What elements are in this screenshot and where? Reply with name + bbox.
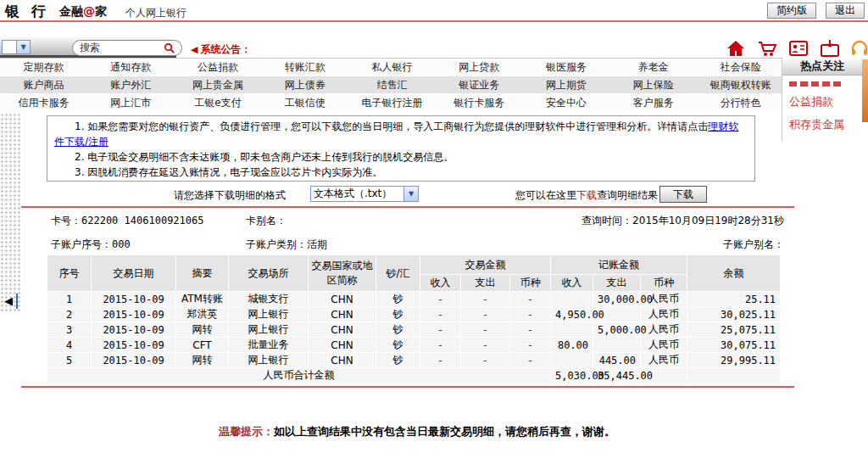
sub-account-seq-value: 000 — [112, 238, 131, 250]
summary-label: 人民币合计金额 — [47, 368, 551, 383]
nav-item-网上保险[interactable]: 网上保险 — [609, 78, 697, 92]
tip-label: 温馨提示： — [219, 425, 274, 438]
query-time-value: 2015年10月09日19时28分31秒 — [632, 215, 784, 227]
nav-row: 账户商品账户外汇网上贵金属网上债券结售汇银证业务网上期货网上保险银商银权转账 — [0, 76, 784, 94]
nav-item-私人银行[interactable]: 私人银行 — [348, 60, 436, 75]
nav-item-网上期货[interactable]: 网上期货 — [523, 78, 610, 92]
table-row: 52015-10-09网转网上银行CHN钞---445.00人民币29,995.… — [47, 353, 781, 368]
search-placeholder: 搜索 — [80, 41, 100, 55]
nav-menu: 定期存款通知存款公益捐款转账汇款私人银行网上贷款银医服务养老金社会保险账户商品账… — [0, 58, 784, 112]
nav-item-安全中心[interactable]: 安全中心 — [523, 96, 610, 110]
nav-item-网上贵金属[interactable]: 网上贵金属 — [175, 78, 262, 92]
notice-line-3: 3. 因脱机消费存在延迟入账情况，电子现金应以芯片卡内实际为准。 — [54, 165, 748, 180]
nav-item-银证业务[interactable]: 银证业务 — [436, 78, 523, 92]
nav-item-定期存款[interactable]: 定期存款 — [0, 60, 87, 75]
nav-item-账户外汇[interactable]: 账户外汇 — [87, 78, 175, 92]
summary-balance-empty — [687, 368, 781, 383]
search-category-select[interactable]: ▼ — [2, 40, 31, 54]
nav-item-银行卡服务[interactable]: 银行卡服务 — [436, 96, 523, 110]
system-announcement: ◀系统公告： — [191, 42, 251, 57]
nav-item-社会保险[interactable]: 社会保险 — [697, 60, 784, 75]
card-alias-field: 卡别名： — [246, 214, 287, 228]
nav-item-网上贷款[interactable]: 网上贷款 — [436, 60, 523, 75]
col-trade-currency: 币种 — [510, 275, 551, 292]
nav-item-银商银权转账[interactable]: 银商银权转账 — [697, 78, 784, 92]
download-button[interactable]: 下载 — [659, 186, 707, 203]
col-group-book-amount: 记账金额 — [551, 255, 687, 275]
col-book-currency: 币种 — [641, 275, 687, 292]
contacts-icon[interactable] — [788, 39, 810, 59]
table-header-row-1: 序号 交易日期 摘要 交易场所 交易国家或地区简称 钞/汇 交易金额 记账金额 … — [47, 255, 781, 275]
hot-topic-item-积存贵金属[interactable]: 积存贵金属 — [782, 109, 862, 132]
tip-text: 如以上查询结果中没有包含当日最新交易明细，请您稍后再查，谢谢。 — [274, 425, 615, 438]
nav-item-养老金[interactable]: 养老金 — [609, 60, 697, 75]
col-balance: 余额 — [687, 255, 781, 292]
simple-version-button[interactable]: 简约版 — [767, 3, 816, 19]
cart-icon[interactable] — [757, 39, 779, 59]
search-input[interactable]: 搜索 — [72, 40, 182, 56]
chevron-down-icon[interactable]: ▼ — [16, 41, 30, 53]
summary-row: 人民币合计金额 5,030.00 35,445.00 — [47, 368, 781, 383]
notice-line-2: 2. 电子现金交易明细不含未达账项，即未包含商户还未上传到我行的脱机交易信息。 — [54, 149, 748, 165]
announcement-speaker-icon: ◀ — [191, 44, 198, 55]
nav-item-网上债券[interactable]: 网上债券 — [261, 78, 348, 92]
search-icon[interactable] — [164, 42, 175, 53]
red-divider-bottom — [21, 386, 794, 388]
card-number-field: 卡号：622200 1406100921065 — [51, 214, 204, 228]
customer-service-icon[interactable] — [849, 39, 868, 59]
download-format-label: 请您选择下载明细的格式 — [174, 188, 286, 203]
summary-income-total: 5,030.00 — [551, 368, 593, 383]
hot-topic-item-公益捐款[interactable]: 公益捐款 — [782, 87, 862, 109]
col-summary: 摘要 — [176, 255, 229, 292]
sub-account-alias-field: 子账户别名： — [723, 238, 784, 252]
home-icon[interactable] — [726, 39, 748, 59]
transactions-table: 序号 交易日期 摘要 交易场所 交易国家或地区简称 钞/汇 交易金额 记账金额 … — [47, 255, 781, 383]
nav-item-分行特色[interactable]: 分行特色 — [697, 96, 784, 110]
download-format-select[interactable]: 文本格式（.txt） ▼ — [310, 186, 419, 202]
download-hint: 您可以在这里下载查询明细结果 — [515, 188, 658, 203]
download-format-value: 文本格式（.txt） — [311, 187, 403, 201]
table-row: 32015-10-09网转网上银行CHN钞---5,000.00人民币25,07… — [47, 322, 781, 338]
top-header: 银 行 金融@家 个人网上银行 简约版 退出 — [0, 0, 868, 22]
nav-item-结售汇[interactable]: 结售汇 — [348, 78, 436, 92]
nav-item-银医服务[interactable]: 银医服务 — [523, 60, 610, 75]
nav-item-通知存款[interactable]: 通知存款 — [87, 60, 175, 75]
table-row: 22015-10-09郑洪英网上银行CHN钞---4,950.00人民币30,0… — [47, 307, 781, 322]
notice-line-1: 1. 如果您需要对您的银行资产、负债进行管理，您可以下载您的当日明细，导入工商银… — [54, 119, 748, 149]
icbc-personal-banking-page: 银 行 金融@家 个人网上银行 简约版 退出 ▼ 搜索 ◀系统公告： — [0, 0, 868, 470]
col-trade-expense: 支出 — [461, 275, 510, 292]
summary-expense-total: 35,445.00 — [593, 368, 641, 383]
nav-item-公益捐款[interactable]: 公益捐款 — [175, 60, 262, 75]
notice-box: 1. 如果您需要对您的银行资产、负债进行管理，您可以下载您的当日明细，导入工商银… — [47, 115, 755, 182]
nav-item-信用卡服务[interactable]: 信用卡服务 — [0, 96, 87, 110]
col-place: 交易场所 — [229, 255, 309, 292]
query-time-field: 查询时间：2015年10月09日19时28分31秒 — [581, 214, 784, 228]
col-book-expense: 支出 — [593, 275, 641, 292]
footer-tip: 温馨提示：如以上查询结果中没有包含当日最新交易明细，请您稍后再查，谢谢。 — [0, 424, 834, 439]
chevron-down-icon[interactable]: ▼ — [403, 187, 418, 201]
collapse-arrow-icon: ◀ — [4, 294, 13, 307]
red-divider-top — [21, 206, 794, 208]
bank-logo-text: 银 行 — [5, 2, 49, 21]
nav-item-转账汇款[interactable]: 转账汇款 — [261, 60, 348, 75]
collapse-panel-handle[interactable]: ◀ — [4, 294, 19, 309]
nav-item-网上汇市[interactable]: 网上汇市 — [87, 96, 175, 110]
download-here-link[interactable]: 下载 — [576, 189, 597, 201]
nav-item-工银信使[interactable]: 工银信使 — [261, 96, 348, 110]
col-group-trade-amount: 交易金额 — [420, 255, 551, 275]
logout-button[interactable]: 退出 — [826, 3, 865, 19]
nav-item-账户商品[interactable]: 账户商品 — [0, 78, 87, 92]
at-symbol: @ — [83, 4, 95, 18]
nav-item-客户服务[interactable]: 客户服务 — [609, 96, 697, 110]
nav-row: 信用卡服务网上汇市工银e支付工银信使电子银行注册银行卡服务安全中心客户服务分行特… — [0, 94, 784, 112]
col-cash-type: 钞/汇 — [376, 255, 420, 292]
sub-account-type-field: 子账户类别：活期 — [246, 238, 327, 252]
nav-item-电子银行注册[interactable]: 电子银行注册 — [348, 96, 436, 110]
mail-download-icon[interactable] — [820, 39, 842, 59]
sub-account-type-value: 活期 — [307, 238, 327, 250]
col-book-income: 收入 — [551, 275, 593, 292]
nav-row: 定期存款通知存款公益捐款转账汇款私人银行网上贷款银医服务养老金社会保险 — [0, 59, 784, 76]
hot-topics-panel: 热点关注 公益捐款积存贵金属 — [782, 58, 862, 141]
nav-item-工银e支付[interactable]: 工银e支付 — [175, 96, 262, 110]
brand-finance-home: 金融@家 — [59, 4, 107, 20]
